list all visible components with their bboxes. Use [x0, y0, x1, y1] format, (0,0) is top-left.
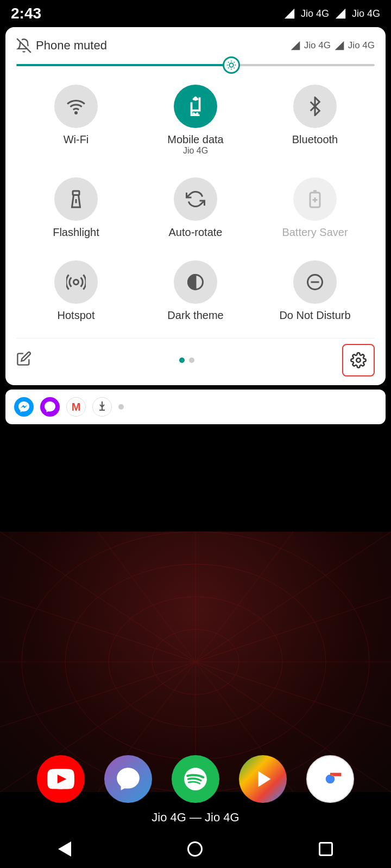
- svg-point-18: [74, 280, 79, 285]
- status-bar: 2:43 Jio 4G Jio 4G: [0, 0, 391, 27]
- batterysaver-toggle[interactable]: Battery Saver: [255, 172, 375, 250]
- flashlight-label: Flashlight: [53, 226, 99, 239]
- hotspot-icon: [66, 272, 86, 292]
- batterysaver-icon-circle: [293, 177, 337, 221]
- darktheme-icon: [186, 272, 205, 292]
- home-button[interactable]: [187, 841, 203, 857]
- top-carrier-1: Jio 4G: [304, 40, 331, 51]
- edit-button[interactable]: [16, 351, 31, 370]
- quick-settings-panel: Phone muted Jio 4G Jio 4G: [5, 27, 386, 385]
- carrier-1-label: Jio 4G: [301, 8, 329, 20]
- home-dock: [0, 755, 391, 803]
- brightness-control[interactable]: [16, 64, 375, 66]
- settings-button[interactable]: [342, 344, 375, 376]
- hotspot-label: Hotspot: [58, 309, 95, 322]
- wallpaper: [0, 532, 391, 792]
- nav-bar: [0, 830, 391, 868]
- notification-bar: M: [5, 390, 386, 424]
- svg-rect-12: [73, 191, 79, 195]
- svg-line-8: [228, 68, 229, 68]
- youtube-app-icon[interactable]: [37, 755, 85, 803]
- gmail-icon: M: [66, 397, 86, 417]
- batterysaver-icon: [305, 189, 325, 209]
- carrier-label: Jio 4G — Jio 4G: [0, 810, 391, 825]
- svg-line-4: [228, 62, 229, 62]
- dot-2: [189, 358, 194, 363]
- play-app-icon[interactable]: [239, 755, 287, 803]
- phone-muted-label: Phone muted: [36, 39, 107, 53]
- bell-muted-icon: [16, 38, 31, 53]
- signal-icon-1: [283, 8, 295, 20]
- wifi-icon: [66, 97, 86, 116]
- brightness-icon: [226, 60, 236, 70]
- notification-dot: [118, 404, 124, 410]
- panel-top-row: Phone muted Jio 4G Jio 4G: [16, 38, 375, 53]
- darktheme-label: Dark theme: [167, 309, 223, 322]
- top-signal-2: [334, 40, 345, 51]
- page-dots: [179, 358, 194, 363]
- bluetooth-icon: [305, 97, 325, 116]
- bluetooth-toggle[interactable]: Bluetooth: [255, 79, 375, 167]
- flashlight-icon: [66, 189, 86, 209]
- svg-point-36: [327, 776, 334, 783]
- svg-line-0: [17, 39, 31, 53]
- back-button[interactable]: [58, 841, 71, 857]
- bluetooth-icon-circle: [293, 85, 337, 128]
- status-time: 2:43: [11, 5, 41, 22]
- mobiledata-icon-circle: [174, 85, 217, 128]
- status-icons: Jio 4G Jio 4G: [283, 8, 380, 20]
- darktheme-toggle[interactable]: Dark theme: [136, 255, 255, 333]
- top-carrier-2: Jio 4G: [348, 40, 375, 51]
- svg-point-22: [356, 358, 361, 362]
- signal-icon-2: [335, 8, 346, 20]
- dot-1: [179, 358, 185, 363]
- spotify-app-icon[interactable]: [172, 755, 219, 803]
- spiderweb-pattern: [0, 532, 391, 792]
- brightness-thumb[interactable]: [223, 56, 240, 74]
- chrome-app-icon[interactable]: [306, 755, 354, 803]
- svg-point-10: [75, 112, 77, 114]
- wifi-label: Wi-Fi: [64, 133, 89, 146]
- messenger-icon: [14, 397, 34, 417]
- recents-button[interactable]: [319, 842, 333, 856]
- donotdisturb-icon-circle: [293, 260, 337, 304]
- phone-muted: Phone muted: [16, 38, 107, 53]
- flashlight-icon-circle: [54, 177, 98, 221]
- wifi-toggle[interactable]: Wi-Fi: [16, 79, 136, 167]
- bluetooth-label: Bluetooth: [292, 133, 338, 146]
- carrier-2-label: Jio 4G: [352, 8, 380, 20]
- donotdisturb-toggle[interactable]: Do Not Disturb: [255, 255, 375, 333]
- darktheme-icon-circle: [174, 260, 217, 304]
- brightness-fill: [16, 64, 231, 66]
- flashlight-toggle[interactable]: Flashlight: [16, 172, 136, 250]
- mobiledata-icon: [186, 97, 205, 116]
- autorotate-icon: [186, 189, 205, 209]
- toggle-grid: Wi-Fi Mobile data Jio 4G: [16, 79, 375, 333]
- pencil-icon: [16, 351, 31, 366]
- panel-bottom: [16, 338, 375, 385]
- autorotate-label: Auto-rotate: [169, 226, 223, 239]
- svg-line-5: [234, 68, 235, 68]
- donotdisturb-label: Do Not Disturb: [279, 309, 350, 322]
- usb-icon: [92, 397, 112, 417]
- donotdisturb-icon: [305, 272, 325, 292]
- gear-icon: [350, 352, 367, 368]
- top-signal-icons: Jio 4G Jio 4G: [290, 40, 375, 51]
- hotspot-toggle[interactable]: Hotspot: [16, 255, 136, 333]
- batterysaver-label: Battery Saver: [282, 226, 348, 239]
- mobiledata-sublabel: Jio 4G: [183, 146, 208, 156]
- autorotate-toggle[interactable]: Auto-rotate: [136, 172, 255, 250]
- mobiledata-toggle[interactable]: Mobile data Jio 4G: [136, 79, 255, 167]
- messenger2-icon: [40, 397, 60, 417]
- svg-line-9: [234, 62, 235, 62]
- top-signal-1: [290, 40, 301, 51]
- svg-point-1: [229, 63, 234, 67]
- wifi-icon-circle: [54, 85, 98, 128]
- messenger-app-icon[interactable]: [104, 755, 152, 803]
- autorotate-icon-circle: [174, 177, 217, 221]
- hotspot-icon-circle: [54, 260, 98, 304]
- mobiledata-label: Mobile data: [167, 133, 223, 146]
- brightness-slider[interactable]: [16, 64, 375, 66]
